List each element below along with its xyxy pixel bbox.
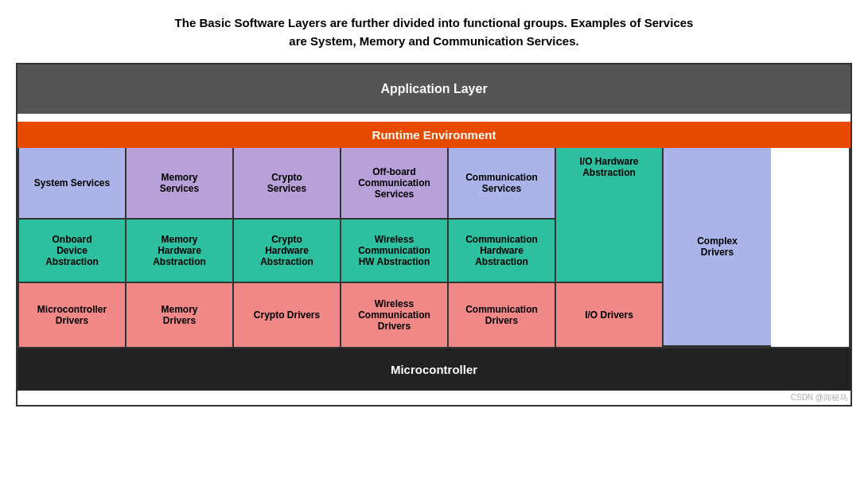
crypto-drivers-cell: Crypto Drivers	[234, 283, 341, 347]
crypto-hw-abstraction-cell: CryptoHardwareAbstraction	[234, 220, 341, 283]
architecture-diagram: Application Layer Runtime Environment Sy…	[16, 63, 852, 406]
microcontroller-row: Microcontroller	[18, 347, 850, 391]
comm-hw-abstraction-cell: CommunicationHardwareAbstraction	[449, 220, 556, 283]
memory-drivers-cell: MemoryDrivers	[127, 283, 234, 347]
comm-drivers-cell: CommunicationDrivers	[449, 283, 556, 347]
rte-row: Runtime Environment	[18, 122, 850, 148]
crypto-services-cell: CryptoServices	[234, 148, 341, 220]
header-line1: The Basic Software Layers are further di…	[16, 14, 852, 50]
watermark: CSDN @闾秘乌	[18, 391, 850, 405]
header-description: The Basic Software Layers are further di…	[16, 14, 852, 50]
memory-services-cell: MemoryServices	[127, 148, 234, 220]
app-layer: Application Layer	[18, 64, 850, 114]
onboard-device-abstraction-cell: OnboardDeviceAbstraction	[19, 220, 127, 283]
memory-hw-abstraction-cell: MemoryHardwareAbstraction	[127, 220, 234, 283]
gap-row	[18, 114, 850, 122]
wireless-comm-drivers-cell: WirelessCommunicationDrivers	[341, 283, 449, 347]
io-drivers-cell: I/O Drivers	[556, 283, 664, 347]
microcontroller-drivers-cell: MicrocontrollerDrivers	[19, 283, 127, 347]
layers-grid: System Services MemoryServices CryptoSer…	[18, 148, 850, 347]
offboard-comm-cell: Off-boardCommunicationServices	[341, 148, 449, 220]
system-services-cell: System Services	[19, 148, 127, 220]
io-hw-abstraction-cell: I/O HardwareAbstraction	[556, 148, 664, 283]
complex-drivers-cell: ComplexDrivers	[664, 148, 771, 347]
wireless-comm-hw-abstraction-cell: WirelessCommunicationHW Abstraction	[341, 220, 449, 283]
comm-services-cell: CommunicationServices	[449, 148, 556, 220]
